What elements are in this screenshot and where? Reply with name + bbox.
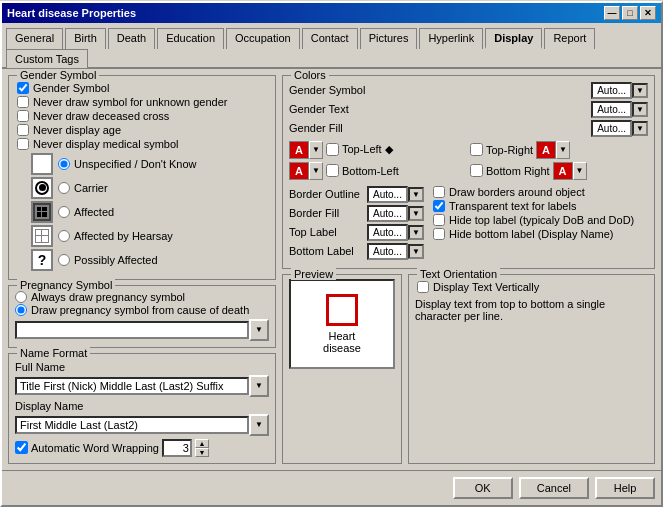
bottom-label-auto-arrow[interactable]: ▼ (408, 244, 424, 259)
gender-text-auto-arrow[interactable]: ▼ (632, 102, 648, 117)
transparent-label: Transparent text for labels (449, 200, 576, 212)
border-fill-row: Border Fill Auto... ▼ (289, 205, 429, 222)
gender-symbol-checkbox[interactable] (17, 82, 29, 94)
bottom-right-label: Bottom Right (486, 165, 550, 177)
hide-top-checkbox[interactable] (433, 214, 445, 226)
display-name-input[interactable] (15, 416, 249, 434)
minimize-button[interactable]: — (604, 6, 620, 20)
tab-general[interactable]: General (6, 28, 63, 49)
never-deceased-checkbox[interactable] (17, 110, 29, 122)
tab-custom-tags[interactable]: Custom Tags (6, 49, 88, 68)
tabs-row: General Birth Death Education Occupation… (2, 23, 661, 69)
radio-affected[interactable] (58, 206, 70, 218)
display-vertical-label: Display Text Vertically (433, 281, 539, 293)
border-outline-auto-arrow[interactable]: ▼ (408, 187, 424, 202)
ok-button[interactable]: OK (453, 477, 513, 499)
gender-fill-auto-btn[interactable]: Auto... (591, 120, 632, 137)
preview-symbol (326, 294, 358, 326)
top-right-swatch-arrow[interactable]: ▼ (556, 141, 570, 159)
cancel-button[interactable]: Cancel (519, 477, 589, 499)
help-button[interactable]: Help (595, 477, 655, 499)
bottom-left-corner: A ▼ Bottom-Left (289, 162, 467, 180)
never-medical-checkbox[interactable] (17, 138, 29, 150)
tab-birth[interactable]: Birth (65, 28, 106, 49)
radio-unspecified[interactable] (58, 158, 70, 170)
bottom-right-swatch-arrow[interactable]: ▼ (573, 162, 587, 180)
border-outline-auto-btn[interactable]: Auto... (367, 186, 408, 203)
top-right-checkbox[interactable] (470, 143, 483, 156)
tab-education[interactable]: Education (157, 28, 224, 49)
bottom-right-checkbox[interactable] (470, 164, 483, 177)
radio-possible[interactable] (58, 254, 70, 266)
pregnancy-group-label: Pregnancy Symbol (17, 279, 115, 291)
text-orient-label: Text Orientation (417, 268, 500, 280)
close-button[interactable]: ✕ (640, 6, 656, 20)
top-right-label: Top-Right (486, 144, 533, 156)
bottom-buttons: OK Cancel Help (2, 470, 661, 505)
never-age-checkbox[interactable] (17, 124, 29, 136)
border-outline-label: Border Outline (289, 188, 364, 200)
gender-symbol-auto-arrow[interactable]: ▼ (632, 83, 648, 98)
radio-carrier[interactable] (58, 182, 70, 194)
wrap-up-btn[interactable]: ▲ (195, 439, 209, 448)
never-age-label: Never display age (33, 124, 121, 136)
tab-occupation[interactable]: Occupation (226, 28, 300, 49)
bottom-left-swatch-arrow[interactable]: ▼ (309, 162, 323, 180)
title-bar-buttons: — □ ✕ (604, 6, 656, 20)
bottom-right-corner: Bottom Right A ▼ (470, 162, 648, 180)
gender-symbol-color-row: Gender Symbol Auto... ▼ (289, 82, 648, 99)
sym-hearsay-label: Affected by Hearsay (74, 230, 173, 242)
transparent-checkbox[interactable] (433, 200, 445, 212)
sym-carrier (31, 177, 53, 199)
tab-contact[interactable]: Contact (302, 28, 358, 49)
pregnancy-dropdown-input[interactable] (15, 321, 249, 339)
display-vertical-checkbox[interactable] (417, 281, 429, 293)
radio-draw-pregnancy[interactable] (15, 304, 27, 316)
top-left-swatch-arrow[interactable]: ▼ (309, 141, 323, 159)
auto-wrap-checkbox[interactable] (15, 441, 28, 454)
name-format-group-label: Name Format (17, 347, 90, 359)
draw-pregnancy-row: Draw pregnancy symbol from cause of deat… (15, 304, 269, 316)
never-unknown-row: Never draw symbol for unknown gender (15, 96, 269, 108)
tab-pictures[interactable]: Pictures (360, 28, 418, 49)
gender-fill-auto-dropdown: Auto... ▼ (591, 120, 648, 137)
top-left-label: Top-Left ◆ (342, 143, 393, 156)
gender-fill-auto-arrow[interactable]: ▼ (632, 121, 648, 136)
gender-symbol-auto-btn[interactable]: Auto... (591, 82, 632, 99)
pregnancy-dropdown-arrow[interactable]: ▼ (249, 319, 269, 341)
full-name-input[interactable] (15, 377, 249, 395)
maximize-button[interactable]: □ (622, 6, 638, 20)
display-name-dropdown-arrow[interactable]: ▼ (249, 414, 269, 436)
top-label-auto-btn[interactable]: Auto... (367, 224, 408, 241)
tab-death[interactable]: Death (108, 28, 155, 49)
gender-symbol-color-label: Gender Symbol (289, 84, 379, 96)
tab-hyperlink[interactable]: Hyperlink (419, 28, 483, 49)
gender-text-auto-btn[interactable]: Auto... (591, 101, 632, 118)
colors-group-label: Colors (291, 69, 329, 81)
tab-report[interactable]: Report (544, 28, 595, 49)
gender-symbol-group-label: Gender Symbol (17, 69, 99, 81)
display-vertical-row: Display Text Vertically (415, 281, 648, 293)
wrap-down-btn[interactable]: ▼ (195, 448, 209, 457)
wrap-number-input[interactable] (162, 439, 192, 457)
radio-always-pregnancy[interactable] (15, 291, 27, 303)
top-label-label: Top Label (289, 226, 364, 238)
bottom-left-checkbox[interactable] (326, 164, 339, 177)
sym-carrier-label: Carrier (74, 182, 108, 194)
top-right-swatch-a: A (536, 141, 556, 159)
wrap-row: Automatic Word Wrapping ▲ ▼ (15, 439, 269, 457)
draw-borders-checkbox[interactable] (433, 186, 445, 198)
border-fill-auto-btn[interactable]: Auto... (367, 205, 408, 222)
bottom-right-swatch-a: A (553, 162, 573, 180)
bottom-left-swatch-a: A (289, 162, 309, 180)
border-fill-auto-arrow[interactable]: ▼ (408, 206, 424, 221)
top-label-auto-arrow[interactable]: ▼ (408, 225, 424, 240)
tab-display[interactable]: Display (485, 28, 542, 49)
full-name-dropdown-arrow[interactable]: ▼ (249, 375, 269, 397)
hide-bottom-checkbox[interactable] (433, 228, 445, 240)
radio-hearsay[interactable] (58, 230, 70, 242)
never-unknown-checkbox[interactable] (17, 96, 29, 108)
top-left-checkbox[interactable] (326, 143, 339, 156)
top-left-swatch: A ▼ (289, 141, 323, 159)
bottom-label-auto-btn[interactable]: Auto... (367, 243, 408, 260)
